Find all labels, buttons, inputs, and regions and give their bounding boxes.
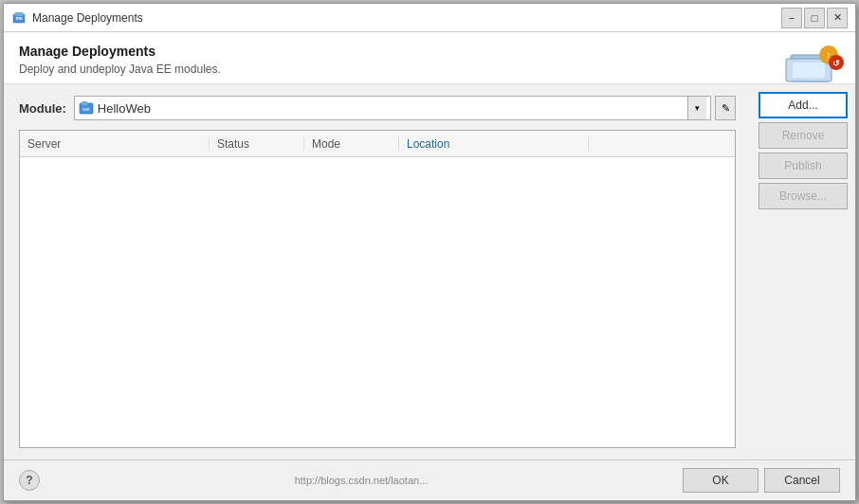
module-dropdown-button[interactable]: ▾ (687, 97, 706, 119)
header-section: Manage Deployments Deploy and undeploy J… (4, 32, 855, 84)
help-button[interactable]: ? (19, 470, 40, 491)
content-area: Module: war HelloWeb ▾ ✎ (4, 84, 855, 459)
svg-text:war: war (82, 106, 90, 112)
col-header-mode: Mode (304, 137, 399, 151)
svg-rect-11 (82, 101, 87, 105)
table-body (20, 157, 735, 347)
col-header-server: Server (20, 137, 210, 151)
module-icon: war (79, 100, 94, 116)
minimize-button[interactable]: − (781, 8, 802, 28)
body-section: Module: war HelloWeb ▾ ✎ (4, 84, 751, 459)
svg-text:me: me (15, 15, 22, 21)
maximize-button[interactable]: □ (804, 8, 825, 28)
browse-button[interactable]: Browse... (758, 183, 848, 209)
deployments-table: Server Status Mode Location (19, 130, 736, 448)
side-buttons: Add... Remove Publish Browse... (751, 84, 855, 459)
app-icon: me (11, 10, 27, 26)
svg-rect-5 (793, 63, 825, 78)
close-button[interactable]: ✕ (827, 8, 848, 28)
cancel-button[interactable]: Cancel (764, 468, 840, 493)
module-row: Module: war HelloWeb ▾ ✎ (19, 96, 736, 120)
ok-button[interactable]: OK (683, 468, 758, 493)
table-header: Server Status Mode Location (20, 131, 735, 157)
col-header-location: Location (399, 137, 589, 151)
footer-section: ? http://blogs.csdn.net/laotan... OK Can… (4, 459, 855, 500)
svg-text:↺: ↺ (832, 59, 840, 68)
header-title: Manage Deployments (19, 44, 840, 59)
module-select[interactable]: war HelloWeb ▾ (74, 96, 711, 120)
header-subtitle: Deploy and undeploy Java EE modules. (19, 63, 840, 76)
col-header-status: Status (210, 137, 304, 151)
window-controls: − □ ✕ (781, 8, 848, 28)
add-button[interactable]: Add... (758, 92, 848, 118)
title-bar: me Manage Deployments − □ ✕ (4, 4, 855, 32)
main-panel: Module: war HelloWeb ▾ ✎ (4, 84, 751, 459)
footer-buttons: OK Cancel (683, 468, 840, 493)
module-label: Module: (19, 101, 66, 116)
module-edit-button[interactable]: ✎ (715, 96, 736, 120)
remove-button[interactable]: Remove (758, 122, 848, 149)
deploy-icon: ↑ ↺ (785, 38, 844, 90)
manage-deployments-dialog: me Manage Deployments − □ ✕ ↑ ↺ Manage D… (3, 3, 856, 501)
module-selected-text: HelloWeb (98, 101, 687, 116)
footer-url: http://blogs.csdn.net/laotan... (40, 475, 683, 486)
publish-button[interactable]: Publish (758, 153, 848, 179)
dialog-title: Manage Deployments (32, 11, 781, 25)
